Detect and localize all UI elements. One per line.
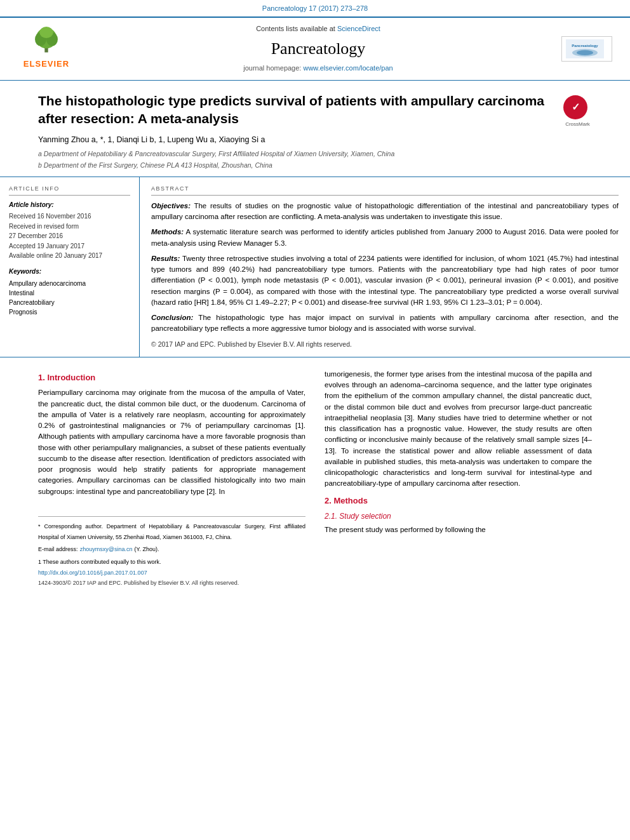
footnote-email: E-mail address: zhouymsxy@sina.cn (Y. Zh… bbox=[38, 543, 305, 554]
study-selection-heading: 2.1. Study selection bbox=[325, 510, 592, 522]
methods-label: Methods: bbox=[151, 228, 184, 236]
keyword-3: Pancreatobiliary bbox=[9, 298, 130, 307]
crossmark-label: CrossMark bbox=[563, 121, 592, 128]
copyright-line: © 2017 IAP and EPC. Published by Elsevie… bbox=[151, 340, 619, 349]
conclusion-text: The histopathologic type has major impac… bbox=[151, 314, 619, 332]
accepted-date: Accepted 19 January 2017 bbox=[9, 242, 130, 251]
article-info-column: ARTICLE INFO Article history: Received 1… bbox=[0, 177, 140, 357]
abstract-objectives: Objectives: The results of studies on th… bbox=[151, 201, 619, 223]
abstract-methods: Methods: A systematic literature search … bbox=[151, 227, 619, 249]
crossmark-badge: ✓ CrossMark bbox=[563, 95, 592, 128]
journal-homepage-link[interactable]: www.elsevier.com/locate/pan bbox=[303, 64, 392, 72]
article-title: The histopathologic type predicts surviv… bbox=[38, 92, 557, 128]
objectives-label: Objectives: bbox=[151, 202, 191, 210]
svg-point-4 bbox=[39, 27, 53, 38]
affiliation-a: a Department of Hepatobiliary & Pancreat… bbox=[38, 149, 557, 159]
abstract-results: Results: Twenty three retrospective stud… bbox=[151, 253, 619, 308]
body-section: 1. Introduction Periampullary carcinoma … bbox=[0, 357, 630, 599]
authors-line: Yanming Zhou a, *, 1, Dianqi Li b, 1, Lu… bbox=[38, 134, 557, 145]
sciencedirect-link[interactable]: ScienceDirect bbox=[337, 25, 380, 32]
elsevier-logo-icon bbox=[27, 27, 65, 55]
article-history-label: Article history: bbox=[9, 201, 130, 210]
journal-header: ELSEVIER Contents lists available at Sci… bbox=[0, 18, 630, 81]
article-info-header: ARTICLE INFO bbox=[9, 185, 130, 196]
article-info-abstract-section: ARTICLE INFO Article history: Received 1… bbox=[0, 177, 630, 357]
article-title-block: The histopathologic type predicts surviv… bbox=[38, 92, 557, 171]
intro-heading: 1. Introduction bbox=[38, 371, 305, 384]
footnotes-block: * Corresponding author. Department of He… bbox=[38, 516, 305, 588]
study-selection-para: The present study was performed by follo… bbox=[325, 524, 592, 535]
journal-homepage: journal homepage: www.elsevier.com/locat… bbox=[88, 63, 549, 74]
conclusion-label: Conclusion: bbox=[151, 314, 193, 321]
pancreatology-logo-block: Pancreatology bbox=[555, 36, 619, 62]
available-date: Available online 20 January 2017 bbox=[9, 251, 130, 261]
received-date-2: 27 December 2016 bbox=[9, 232, 130, 241]
body-right-column: tumorigenesis, the former type arises fr… bbox=[325, 369, 592, 588]
page: Pancreatology 17 (2017) 273–278 ELSEVIER… bbox=[0, 0, 630, 840]
body-left-column: 1. Introduction Periampullary carcinoma … bbox=[38, 369, 305, 588]
affiliation-b: b Department of the First Surgery, Chine… bbox=[38, 161, 557, 170]
revised-label: Received in revised form bbox=[9, 222, 130, 232]
keyword-4: Prognosis bbox=[9, 307, 130, 317]
svg-text:Pancreatology: Pancreatology bbox=[572, 44, 598, 48]
objectives-text: The results of studies on the prognostic… bbox=[151, 202, 619, 220]
elsevier-branding: ELSEVIER bbox=[11, 27, 81, 70]
results-label: Results: bbox=[151, 255, 180, 262]
doi-line: http://dx.doi.org/10.1016/j.pan.2017.01.… bbox=[38, 568, 305, 578]
abstract-column: ABSTRACT Objectives: The results of stud… bbox=[140, 177, 630, 357]
journal-title: Pancreatology bbox=[88, 37, 549, 61]
contents-line: Contents lists available at ScienceDirec… bbox=[88, 24, 549, 34]
keyword-1: Ampullary adenocarcinoma bbox=[9, 279, 130, 288]
crossmark-icon: ✓ bbox=[563, 95, 587, 119]
article-title-section: The histopathologic type predicts surviv… bbox=[0, 81, 630, 177]
journal-title-block: Contents lists available at ScienceDirec… bbox=[88, 24, 549, 74]
abstract-conclusion: Conclusion: The histopathologic type has… bbox=[151, 312, 619, 335]
journal-citation: Pancreatology 17 (2017) 273–278 bbox=[0, 0, 630, 18]
journal-citation-text: Pancreatology 17 (2017) 273–278 bbox=[262, 4, 368, 12]
methods-heading: 2. Methods bbox=[325, 495, 592, 507]
keywords-block: Keywords: Ampullary adenocarcinoma Intes… bbox=[9, 267, 130, 317]
intro-paragraph-1: Periampullary carcinoma may originate fr… bbox=[38, 387, 305, 497]
abstract-header: ABSTRACT bbox=[151, 185, 619, 196]
intro-paragraph-right: tumorigenesis, the former type arises fr… bbox=[325, 369, 592, 490]
received-date-1: Received 16 November 2016 bbox=[9, 212, 130, 222]
keywords-label: Keywords: bbox=[9, 267, 130, 277]
pancreatology-logo: Pancreatology bbox=[561, 36, 612, 62]
keyword-2: Intestinal bbox=[9, 288, 130, 298]
pancreatology-logo-icon: Pancreatology bbox=[566, 39, 604, 58]
footnote-corresponding: * Corresponding author. Department of He… bbox=[38, 521, 305, 543]
svg-point-8 bbox=[577, 50, 593, 55]
license-line: 1424-3903/© 2017 IAP and EPC. Published … bbox=[38, 578, 305, 588]
footnote-equal-contribution: 1 These authors contributed equally to t… bbox=[38, 556, 305, 567]
email-link[interactable]: zhouymsxy@sina.cn bbox=[80, 546, 133, 552]
elsevier-text: ELSEVIER bbox=[23, 58, 69, 70]
results-text: Twenty three retrospective studies invol… bbox=[151, 255, 619, 306]
methods-text: A systematic literature search was perfo… bbox=[151, 228, 619, 246]
